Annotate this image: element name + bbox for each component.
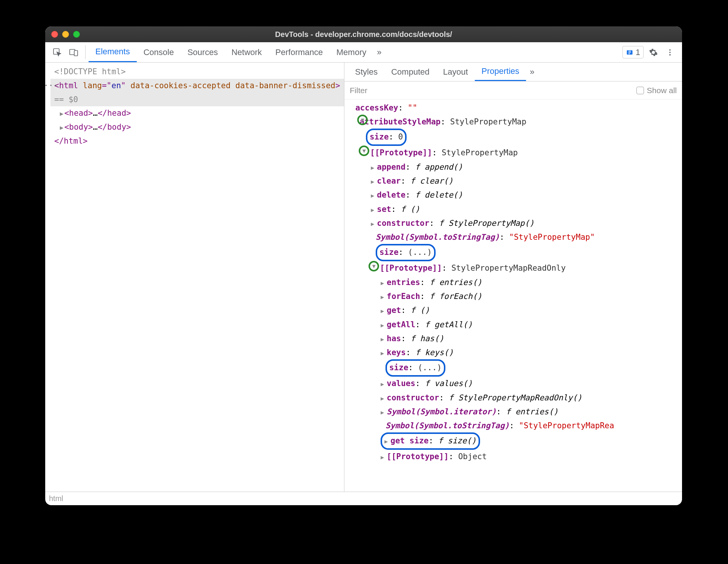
prop-symbol-iterator[interactable]: ▶Symbol(Symbol.iterator): f entries() — [348, 405, 682, 419]
head-element-row[interactable]: ▶<head>…</head> — [50, 106, 344, 120]
sidebar-tabs: Styles Computed Layout Properties » — [344, 63, 682, 81]
prop-foreach[interactable]: ▶forEach: f forEach() — [348, 290, 682, 303]
maximize-window-button[interactable] — [73, 31, 80, 38]
prop-get[interactable]: ▶get: f () — [348, 303, 682, 317]
prop-set[interactable]: ▶set: f () — [348, 202, 682, 216]
body-element-row[interactable]: ▶<body>…</body> — [50, 120, 344, 134]
html-element-row[interactable]: <html lang="en" data-cookies-accepted da… — [50, 79, 344, 107]
prop-constructor-2[interactable]: ▶constructor: f StylePropertyMapReadOnly… — [348, 391, 682, 405]
issues-button[interactable]: 1 — [622, 46, 644, 58]
doctype: <!DOCTYPE html> — [54, 67, 126, 76]
prop-symbol-tostring-2[interactable]: Symbol(Symbol.toStringTag): "StyleProper… — [348, 419, 682, 433]
properties-tree[interactable]: accessKey: "" attributeStyleMap: StylePr… — [344, 100, 682, 492]
issues-count: 1 — [636, 48, 640, 57]
prop-get-size[interactable]: ▶get size: f size() — [348, 433, 682, 450]
window-title: DevTools - developer.chrome.com/docs/dev… — [45, 30, 682, 39]
prop-symbol-tostring[interactable]: Symbol(Symbol.toStringTag): "StyleProper… — [348, 230, 682, 244]
prop-values[interactable]: ▶values: f values() — [348, 377, 682, 391]
prop-size[interactable]: size: 0 — [348, 129, 682, 146]
prop-constructor[interactable]: ▶constructor: f StylePropertyMap() — [348, 216, 682, 230]
prop-append[interactable]: ▶append: f append() — [348, 160, 682, 174]
prop-prototype[interactable]: [[Prototype]]: StylePropertyMap — [348, 146, 682, 160]
prop-getall[interactable]: ▶getAll: f getAll() — [348, 318, 682, 332]
html-close: </html> — [54, 136, 88, 146]
svg-point-5 — [669, 52, 671, 53]
tab-sources[interactable]: Sources — [180, 42, 225, 62]
show-all-checkbox[interactable] — [636, 87, 644, 94]
prop-accesskey[interactable]: accessKey: "" — [348, 101, 682, 115]
dom-tree[interactable]: <!DOCTYPE html> <html lang="en" data-coo… — [45, 63, 344, 492]
titlebar: DevTools - developer.chrome.com/docs/dev… — [45, 26, 682, 42]
tab-properties[interactable]: Properties — [475, 63, 526, 81]
more-tabs-button[interactable]: » — [373, 42, 385, 62]
tab-console[interactable]: Console — [137, 42, 181, 62]
prop-size-ellipsis[interactable]: size: (...) — [348, 245, 682, 261]
breadcrumb-html[interactable]: html — [49, 494, 63, 503]
panel-tabs: Elements Console Sources Network Perform… — [89, 42, 373, 62]
svg-point-6 — [669, 54, 671, 55]
prop-keys[interactable]: ▶keys: f keys() — [348, 346, 682, 360]
svg-rect-2 — [74, 51, 78, 56]
prop-attributestylemap[interactable]: attributeStyleMap: StylePropertyMap — [348, 115, 682, 129]
tab-styles[interactable]: Styles — [348, 63, 384, 81]
breadcrumb[interactable]: html — [45, 492, 682, 505]
prop-prototype-2[interactable]: [[Prototype]]: StylePropertyMapReadOnly — [348, 261, 682, 275]
devtools-window: DevTools - developer.chrome.com/docs/dev… — [45, 26, 682, 505]
prop-has[interactable]: ▶has: f has() — [348, 332, 682, 346]
tab-network[interactable]: Network — [225, 42, 269, 62]
settings-icon[interactable] — [645, 42, 662, 62]
device-toolbar-icon[interactable] — [66, 42, 82, 62]
show-all-label: Show all — [647, 86, 677, 95]
more-sidebar-tabs[interactable]: » — [526, 63, 538, 81]
tab-computed[interactable]: Computed — [384, 63, 436, 81]
tab-elements[interactable]: Elements — [89, 42, 137, 62]
tab-memory[interactable]: Memory — [330, 42, 373, 62]
svg-point-4 — [669, 49, 671, 51]
prop-entries[interactable]: ▶entries: f entries() — [348, 276, 682, 290]
close-window-button[interactable] — [51, 31, 58, 38]
main-toolbar: Elements Console Sources Network Perform… — [45, 42, 682, 63]
prop-prototype-3[interactable]: ▶[[Prototype]]: Object — [348, 450, 682, 464]
tab-performance[interactable]: Performance — [269, 42, 330, 62]
kebab-menu-icon[interactable] — [662, 42, 678, 62]
prop-delete[interactable]: ▶delete: f delete() — [348, 188, 682, 202]
minimize-window-button[interactable] — [62, 31, 69, 38]
prop-clear[interactable]: ▶clear: f clear() — [348, 174, 682, 188]
window-controls — [51, 31, 80, 38]
prop-size-ellipsis-2[interactable]: size: (...) — [348, 360, 682, 377]
tab-layout[interactable]: Layout — [436, 63, 475, 81]
filter-input[interactable]: Filter — [350, 86, 367, 95]
inspect-element-icon[interactable] — [49, 42, 66, 62]
filter-bar: Filter Show all — [344, 81, 682, 100]
